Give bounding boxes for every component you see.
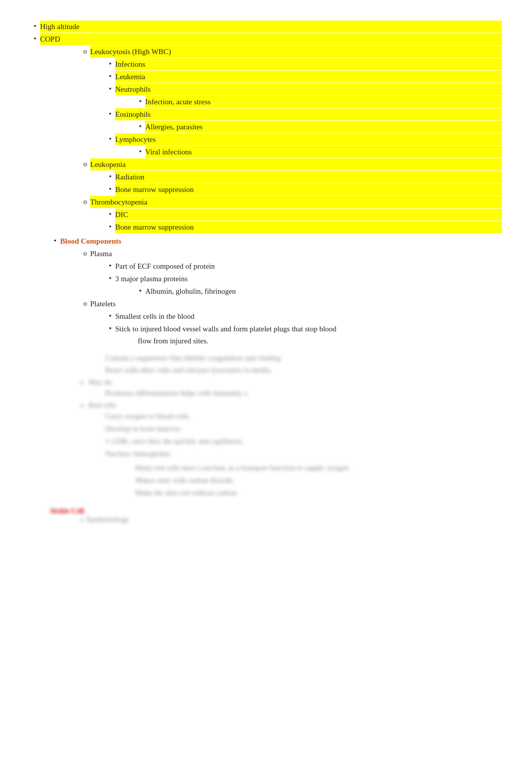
item-text: Part of ECF composed of protein — [115, 260, 502, 272]
item-text: Allergies, parasites — [145, 121, 502, 133]
bullet-icon: o — [80, 159, 90, 170]
list-item: ▪ Infections — [105, 58, 502, 70]
list-item: ▪ Viral infections — [135, 146, 502, 158]
blurred-header-2: o Red cells — [80, 401, 502, 410]
blurred-text: 1-120K, once they die quickly and capill… — [105, 435, 502, 447]
item-text: Radiation — [115, 171, 502, 183]
blurred-text: Contain a suppressor that inhibits coagu… — [105, 352, 502, 376]
list-item: ▪ Allergies, parasites — [135, 121, 502, 133]
item-text: Albumin, globulin, fibrinogen — [145, 285, 502, 297]
bullet-icon: ▪ — [105, 71, 115, 82]
bullet-icon: ▪ — [135, 286, 145, 296]
bullet-icon: ▪ — [105, 311, 115, 321]
blurred-text: Carry oxygen to blood cells. — [105, 410, 502, 422]
bullet-icon: ▪ — [105, 109, 115, 119]
list-item: ▪ 3 major plasma proteins — [105, 273, 502, 285]
blurred-text: Make the skin red without carbon. — [135, 487, 502, 499]
item-text: Plasma — [90, 248, 502, 260]
bullet-icon: ▪ — [105, 273, 115, 284]
bullet-icon: ▪ — [135, 96, 145, 107]
item-text: Viral infections — [145, 146, 502, 158]
blurred-text: Nucleus: hemoglobin. — [105, 448, 502, 460]
item-text: Infections — [115, 58, 502, 70]
item-text: Eosinophils — [115, 108, 502, 120]
item-text: Platelets — [90, 298, 502, 310]
list-item: ▪ DIC — [105, 209, 502, 221]
item-text: Stick to injured blood vessel walls and … — [115, 323, 502, 347]
bullet-icon: ▪ — [105, 323, 115, 334]
bullet-icon: ▪ — [105, 184, 115, 194]
item-text: Infection, acute stress — [145, 96, 502, 108]
blood-components-header: ▪ Blood Components — [50, 235, 502, 247]
list-item: ▪ Bone marrow suppression — [105, 221, 502, 233]
bullet-icon: o — [80, 248, 90, 259]
bullet-icon: ▪ — [30, 34, 40, 44]
blurred-header-1: o May do — [80, 378, 502, 386]
bullet-icon: o — [80, 402, 84, 409]
bullet-icon: o — [80, 298, 90, 309]
item-text: Leukocytosis (High WBC) — [90, 46, 502, 58]
list-item: ▪ Albumin, globulin, fibrinogen — [135, 285, 502, 297]
bullet-icon: ▪ — [135, 146, 145, 157]
bullet-icon: ▪ — [30, 21, 40, 32]
list-item: ▪ Neutrophils — [105, 83, 502, 95]
item-text: 3 major plasma proteins — [115, 273, 502, 285]
list-item: ▪ Smallest cells in the blood — [105, 310, 502, 322]
item-text: Bone marrow suppression — [115, 221, 502, 233]
item-text: Lymphocytes — [115, 133, 502, 145]
item-text: COPD — [40, 33, 502, 45]
blurred-text: Many red cells have a nucleus as a trans… — [135, 462, 502, 474]
list-item: ▪ Bone marrow suppression — [105, 183, 502, 196]
section-title: Blood Components — [60, 235, 502, 247]
epidemiology-section: o Epidemiology — [80, 515, 502, 524]
bullet-icon: ▪ — [105, 171, 115, 182]
bullet-icon: o — [80, 46, 90, 57]
blurred-text: Develop in bone marrow. — [105, 423, 502, 435]
bullet-icon: o — [80, 378, 84, 386]
list-item: ▪ Part of ECF composed of protein — [105, 260, 502, 272]
bullet-icon: ▪ — [105, 222, 115, 232]
list-item: o Thrombocytopenia — [80, 196, 502, 208]
item-text: Neutrophils — [115, 83, 502, 95]
sickle-cell-title: Sickle Cell — [50, 507, 84, 515]
list-item: ▪ Leukemia — [105, 71, 502, 83]
blurred-sub-deep: Many red cells have a nucleus as a trans… — [135, 462, 502, 499]
list-item: ▪ Radiation — [105, 171, 502, 183]
blurred-sub-1: Promotes differentiation helps with immu… — [105, 387, 502, 399]
list-item: ▪ Stick to injured blood vessel walls an… — [105, 323, 502, 347]
blurred-label: Epidemiology — [87, 515, 129, 524]
item-text: High altitude — [40, 21, 502, 33]
bullet-icon: ▪ — [105, 134, 115, 144]
bullet-icon: ▪ — [105, 261, 115, 271]
item-text: Leukopenia — [90, 158, 502, 170]
item-text: Leukemia — [115, 71, 502, 83]
item-text: Thrombocytopenia — [90, 196, 502, 208]
item-text: Bone marrow suppression — [115, 183, 502, 196]
platelets-header: o Platelets — [80, 298, 502, 310]
blurred-text: Promotes differentiation helps with immu… — [105, 387, 502, 399]
plasma-header: o Plasma — [80, 248, 502, 260]
bullet-icon: ▪ — [105, 209, 115, 220]
page-container: ▪ High altitude ▪ COPD o Leukocytosis (H… — [30, 21, 502, 524]
list-item: ▪ Lymphocytes — [105, 133, 502, 145]
item-text: Smallest cells in the blood — [115, 310, 502, 322]
bullet-icon: ▪ — [105, 59, 115, 69]
bullet-icon: ▪ — [135, 121, 145, 132]
blurred-label: May do — [89, 378, 112, 386]
bullet-icon: o — [80, 197, 90, 208]
list-item: o Leukopenia — [80, 158, 502, 170]
blurred-label: Red cells — [89, 401, 116, 409]
blurred-red-cells: Carry oxygen to blood cells. Develop in … — [105, 410, 502, 460]
list-item: ▪ High altitude — [30, 21, 502, 33]
bullet-icon: o — [80, 516, 84, 524]
list-item: ▪ Infection, acute stress — [135, 96, 502, 108]
blurred-section: Contain a suppressor that inhibits coagu… — [105, 352, 502, 376]
blurred-text: Makes only with carbon dioxide. — [135, 474, 502, 486]
bullet-icon: ▪ — [50, 236, 60, 246]
sickle-cell-section: Sickle Cell — [50, 507, 502, 515]
list-item: o Leukocytosis (High WBC) — [80, 46, 502, 58]
item-text: DIC — [115, 209, 502, 221]
bullet-icon: ▪ — [105, 84, 115, 94]
list-item: ▪ Eosinophils — [105, 108, 502, 120]
list-item: ▪ COPD — [30, 33, 502, 45]
